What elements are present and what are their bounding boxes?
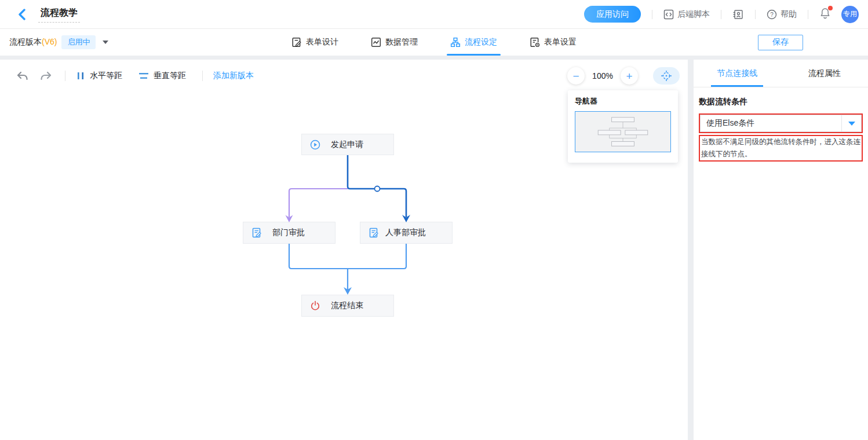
connector-start-to-hr-selected[interactable]: [348, 155, 410, 222]
chevron-down-icon: [103, 41, 108, 44]
zoom-in-button[interactable]: +: [621, 67, 638, 85]
tab-form-settings[interactable]: 表单设置: [528, 29, 578, 56]
flow-setting-icon: [450, 37, 461, 47]
add-version-button[interactable]: 添加新版本: [213, 71, 254, 81]
panel-divider: [688, 60, 694, 440]
properties-tabs: 节点连接线 流程属性: [694, 60, 868, 87]
navigator-panel: 导航器: [568, 90, 678, 163]
code-icon: [663, 9, 674, 20]
zoom-out-button[interactable]: −: [567, 67, 585, 85]
vertical-spacing-button[interactable]: 垂直等距: [138, 71, 186, 81]
horizontal-spacing-button[interactable]: 水平等距: [76, 71, 122, 81]
content-area: 水平等距 垂直等距 添加新版本 − 100% +: [0, 60, 868, 440]
tab-label: 表单设置: [544, 37, 577, 47]
connector-dept-to-end[interactable]: [289, 244, 348, 269]
data-management-icon: [371, 37, 381, 47]
contact-support-button[interactable]: [732, 9, 744, 20]
save-button[interactable]: 保存: [758, 35, 803, 50]
notification-dot: [828, 6, 833, 10]
undo-button[interactable]: [14, 68, 31, 83]
tab-node-connector[interactable]: 节点连接线: [694, 60, 781, 87]
back-chevron-icon: [17, 9, 27, 20]
tab-form-design[interactable]: 表单设计: [290, 29, 340, 56]
help-button[interactable]: ? 帮助: [767, 9, 797, 20]
form-design-icon: [291, 37, 302, 47]
properties-panel: 节点连接线 流程属性 数据流转条件 使用Else条件 当数据不满足同级的其他流转…: [694, 60, 868, 440]
connector-handle[interactable]: [375, 186, 380, 192]
tab-flow-setting[interactable]: 流程设定: [449, 29, 498, 56]
connector-settings: 数据流转条件 使用Else条件 当数据不满足同级的其他流转条件时，进入这条连接线…: [694, 87, 868, 162]
navigator-minimap[interactable]: [575, 111, 671, 152]
backend-script-button[interactable]: 后端脚本: [663, 9, 710, 20]
backend-script-label: 后端脚本: [677, 9, 710, 20]
main-tabs: 表单设计 数据管理 流程设定: [290, 29, 578, 56]
page-title[interactable]: 流程教学: [38, 6, 80, 23]
vertical-spacing-icon: [138, 72, 149, 80]
annotation-highlight-description: 当数据不满足同级的其他流转条件时，进入这条连接线下的节点。: [699, 135, 863, 162]
condition-description: 当数据不满足同级的其他流转条件时，进入这条连接线下的节点。: [700, 136, 862, 160]
top-header: 流程教学 应用访问 后端脚本: [0, 0, 868, 29]
notification-button[interactable]: [819, 7, 831, 21]
zoom-controls: − 100% +: [567, 67, 680, 85]
back-button[interactable]: [14, 6, 30, 23]
select-caret-area[interactable]: [841, 115, 861, 131]
version-label: 流程版本(V6): [9, 37, 57, 47]
tab-label: 数据管理: [385, 37, 418, 47]
horizontal-spacing-label: 水平等距: [90, 71, 122, 81]
divider: [202, 71, 203, 81]
help-label: 帮助: [781, 9, 797, 20]
tab-label: 表单设计: [306, 37, 338, 47]
condition-select-value: 使用Else条件: [701, 118, 841, 129]
tab-label: 流程设定: [465, 37, 497, 47]
header-actions: 应用访问 后端脚本 ?: [584, 6, 859, 23]
form-settings-icon: [530, 37, 540, 47]
help-icon: ?: [767, 9, 777, 20]
canvas-toolbar-left: 水平等距 垂直等距 添加新版本: [14, 68, 254, 83]
chevron-down-icon: [848, 122, 855, 126]
flow-canvas[interactable]: 水平等距 垂直等距 添加新版本 − 100% +: [0, 60, 688, 440]
svg-text:?: ?: [770, 11, 774, 17]
zoom-level: 100%: [590, 71, 615, 80]
condition-section-label: 数据流转条件: [699, 97, 863, 107]
divider: [808, 10, 808, 19]
redo-icon: [39, 71, 52, 81]
avatar[interactable]: 专用: [841, 6, 859, 23]
divider: [65, 71, 65, 81]
locate-button[interactable]: [653, 67, 680, 85]
divider: [652, 10, 652, 19]
condition-select[interactable]: 使用Else条件: [700, 115, 862, 132]
undo-icon: [16, 71, 29, 81]
annotation-highlight-select: 使用Else条件: [699, 113, 863, 133]
status-badge: 启用中: [61, 35, 96, 49]
connector-hr-to-end[interactable]: [344, 244, 406, 295]
divider: [755, 10, 756, 19]
connector-start-to-dept[interactable]: [286, 189, 348, 222]
navigator-title: 导航器: [575, 96, 671, 107]
canvas-toolbar: 水平等距 垂直等距 添加新版本 − 100% +: [0, 60, 688, 92]
tab-data-management[interactable]: 数据管理: [370, 29, 419, 56]
crosshair-icon: [661, 70, 672, 82]
sub-header: 流程版本(V6) 启用中 表单设计 数据管理: [0, 29, 868, 56]
horizontal-spacing-icon: [76, 71, 85, 80]
vertical-spacing-label: 垂直等距: [154, 71, 186, 81]
version-number: (V6): [42, 37, 57, 46]
contact-card-icon: [732, 9, 744, 20]
divider: [721, 10, 721, 19]
app-access-button[interactable]: 应用访问: [584, 6, 641, 23]
tab-flow-properties[interactable]: 流程属性: [781, 60, 868, 87]
redo-button[interactable]: [37, 68, 54, 83]
version-selector[interactable]: 流程版本(V6) 启用中: [9, 35, 108, 49]
